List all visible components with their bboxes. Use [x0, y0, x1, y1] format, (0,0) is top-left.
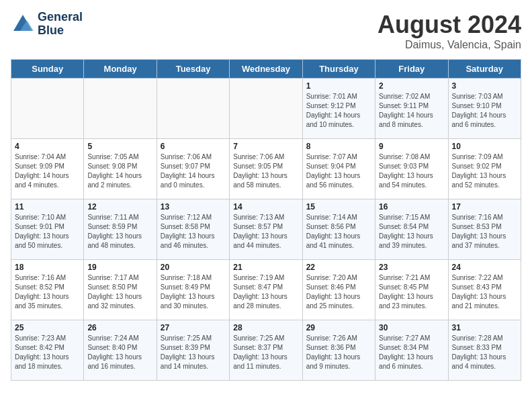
weekday-header-saturday: Saturday: [448, 60, 521, 79]
week-row-3: 11Sunrise: 7:10 AM Sunset: 9:01 PM Dayli…: [11, 199, 521, 260]
day-info: Sunrise: 7:03 AM Sunset: 9:10 PM Dayligh…: [452, 92, 517, 130]
logo: General Blue: [11, 11, 83, 38]
day-number: 5: [87, 142, 152, 151]
day-info: Sunrise: 7:21 AM Sunset: 8:45 PM Dayligh…: [379, 273, 444, 311]
day-cell: 15Sunrise: 7:14 AM Sunset: 8:56 PM Dayli…: [302, 199, 375, 260]
day-cell: 10Sunrise: 7:09 AM Sunset: 9:02 PM Dayli…: [448, 139, 521, 199]
day-info: Sunrise: 7:16 AM Sunset: 8:53 PM Dayligh…: [452, 213, 517, 250]
day-info: Sunrise: 7:08 AM Sunset: 9:03 PM Dayligh…: [379, 152, 444, 190]
day-number: 22: [306, 263, 371, 272]
weekday-header-tuesday: Tuesday: [157, 60, 229, 79]
day-cell: [230, 79, 302, 139]
day-cell: [157, 79, 229, 139]
day-info: Sunrise: 7:12 AM Sunset: 8:58 PM Dayligh…: [161, 213, 226, 250]
day-cell: 23Sunrise: 7:21 AM Sunset: 8:45 PM Dayli…: [375, 260, 448, 320]
day-info: Sunrise: 7:09 AM Sunset: 9:02 PM Dayligh…: [452, 152, 517, 190]
weekday-header-row: SundayMondayTuesdayWednesdayThursdayFrid…: [11, 60, 521, 79]
title-block: August 2024 Daimus, Valencia, Spain: [378, 11, 521, 51]
day-number: 27: [161, 323, 226, 332]
day-cell: 27Sunrise: 7:25 AM Sunset: 8:39 PM Dayli…: [157, 320, 229, 381]
day-info: Sunrise: 7:04 AM Sunset: 9:09 PM Dayligh…: [15, 152, 80, 190]
logo-text: General Blue: [38, 11, 83, 38]
day-number: 15: [306, 202, 371, 212]
day-cell: [84, 79, 157, 139]
calendar-table: SundayMondayTuesdayWednesdayThursdayFrid…: [11, 59, 521, 381]
day-info: Sunrise: 7:07 AM Sunset: 9:04 PM Dayligh…: [306, 152, 371, 190]
location-subtitle: Daimus, Valencia, Spain: [378, 39, 521, 51]
weekday-header-thursday: Thursday: [302, 60, 375, 79]
day-info: Sunrise: 7:23 AM Sunset: 8:42 PM Dayligh…: [15, 334, 80, 371]
day-number: 26: [87, 323, 152, 332]
day-number: 31: [452, 323, 517, 332]
day-info: Sunrise: 7:05 AM Sunset: 9:08 PM Dayligh…: [87, 152, 152, 190]
page-header: General Blue August 2024 Daimus, Valenci…: [11, 11, 521, 51]
day-info: Sunrise: 7:01 AM Sunset: 9:12 PM Dayligh…: [306, 92, 371, 130]
day-cell: 4Sunrise: 7:04 AM Sunset: 9:09 PM Daylig…: [11, 139, 84, 199]
day-cell: 9Sunrise: 7:08 AM Sunset: 9:03 PM Daylig…: [375, 139, 448, 199]
day-cell: 13Sunrise: 7:12 AM Sunset: 8:58 PM Dayli…: [157, 199, 229, 260]
day-cell: 16Sunrise: 7:15 AM Sunset: 8:54 PM Dayli…: [375, 199, 448, 260]
day-cell: 29Sunrise: 7:26 AM Sunset: 8:36 PM Dayli…: [302, 320, 375, 381]
day-cell: 24Sunrise: 7:22 AM Sunset: 8:43 PM Dayli…: [448, 260, 521, 320]
day-info: Sunrise: 7:10 AM Sunset: 9:01 PM Dayligh…: [15, 213, 80, 250]
day-cell: 2Sunrise: 7:02 AM Sunset: 9:11 PM Daylig…: [375, 79, 448, 139]
weekday-header-sunday: Sunday: [11, 60, 84, 79]
day-cell: 8Sunrise: 7:07 AM Sunset: 9:04 PM Daylig…: [302, 139, 375, 199]
day-info: Sunrise: 7:13 AM Sunset: 8:57 PM Dayligh…: [233, 213, 298, 250]
day-cell: 1Sunrise: 7:01 AM Sunset: 9:12 PM Daylig…: [302, 79, 375, 139]
day-number: 1: [306, 81, 371, 91]
day-number: 12: [87, 202, 152, 212]
day-info: Sunrise: 7:16 AM Sunset: 8:52 PM Dayligh…: [15, 273, 80, 311]
day-info: Sunrise: 7:17 AM Sunset: 8:50 PM Dayligh…: [87, 273, 152, 311]
day-info: Sunrise: 7:25 AM Sunset: 8:39 PM Dayligh…: [161, 334, 226, 371]
day-number: 10: [452, 142, 517, 151]
day-number: 17: [452, 202, 517, 212]
day-number: 28: [233, 323, 298, 332]
day-cell: 17Sunrise: 7:16 AM Sunset: 8:53 PM Dayli…: [448, 199, 521, 260]
day-cell: 6Sunrise: 7:06 AM Sunset: 9:07 PM Daylig…: [157, 139, 229, 199]
day-number: 25: [15, 323, 80, 332]
day-number: 13: [161, 202, 226, 212]
day-cell: 12Sunrise: 7:11 AM Sunset: 8:59 PM Dayli…: [84, 199, 157, 260]
day-number: 19: [87, 263, 152, 272]
day-cell: 7Sunrise: 7:06 AM Sunset: 9:05 PM Daylig…: [230, 139, 302, 199]
day-info: Sunrise: 7:06 AM Sunset: 9:05 PM Dayligh…: [233, 152, 298, 190]
day-info: Sunrise: 7:14 AM Sunset: 8:56 PM Dayligh…: [306, 213, 371, 250]
day-number: 23: [379, 263, 444, 272]
day-number: 16: [379, 202, 444, 212]
day-info: Sunrise: 7:20 AM Sunset: 8:46 PM Dayligh…: [306, 273, 371, 311]
day-cell: 30Sunrise: 7:27 AM Sunset: 8:34 PM Dayli…: [375, 320, 448, 381]
day-cell: 25Sunrise: 7:23 AM Sunset: 8:42 PM Dayli…: [11, 320, 84, 381]
day-info: Sunrise: 7:25 AM Sunset: 8:37 PM Dayligh…: [233, 334, 298, 371]
day-number: 11: [15, 202, 80, 212]
day-info: Sunrise: 7:27 AM Sunset: 8:34 PM Dayligh…: [379, 334, 444, 371]
day-info: Sunrise: 7:06 AM Sunset: 9:07 PM Dayligh…: [161, 152, 226, 190]
day-cell: 5Sunrise: 7:05 AM Sunset: 9:08 PM Daylig…: [84, 139, 157, 199]
day-info: Sunrise: 7:19 AM Sunset: 8:47 PM Dayligh…: [233, 273, 298, 311]
week-row-1: 1Sunrise: 7:01 AM Sunset: 9:12 PM Daylig…: [11, 79, 521, 139]
day-info: Sunrise: 7:11 AM Sunset: 8:59 PM Dayligh…: [87, 213, 152, 250]
day-number: 24: [452, 263, 517, 272]
weekday-header-monday: Monday: [84, 60, 157, 79]
weekday-header-friday: Friday: [375, 60, 448, 79]
day-number: 20: [161, 263, 226, 272]
day-info: Sunrise: 7:24 AM Sunset: 8:40 PM Dayligh…: [87, 334, 152, 371]
weekday-header-wednesday: Wednesday: [230, 60, 302, 79]
day-number: 14: [233, 202, 298, 212]
day-cell: 26Sunrise: 7:24 AM Sunset: 8:40 PM Dayli…: [84, 320, 157, 381]
day-cell: 18Sunrise: 7:16 AM Sunset: 8:52 PM Dayli…: [11, 260, 84, 320]
day-number: 29: [306, 323, 371, 332]
day-number: 21: [233, 263, 298, 272]
day-number: 7: [233, 142, 298, 151]
day-cell: 31Sunrise: 7:28 AM Sunset: 8:33 PM Dayli…: [448, 320, 521, 381]
week-row-5: 25Sunrise: 7:23 AM Sunset: 8:42 PM Dayli…: [11, 320, 521, 381]
day-info: Sunrise: 7:22 AM Sunset: 8:43 PM Dayligh…: [452, 273, 517, 311]
day-cell: 14Sunrise: 7:13 AM Sunset: 8:57 PM Dayli…: [230, 199, 302, 260]
week-row-4: 18Sunrise: 7:16 AM Sunset: 8:52 PM Dayli…: [11, 260, 521, 320]
day-cell: 11Sunrise: 7:10 AM Sunset: 9:01 PM Dayli…: [11, 199, 84, 260]
day-info: Sunrise: 7:18 AM Sunset: 8:49 PM Dayligh…: [161, 273, 226, 311]
day-cell: [11, 79, 84, 139]
week-row-2: 4Sunrise: 7:04 AM Sunset: 9:09 PM Daylig…: [11, 139, 521, 199]
day-number: 2: [379, 81, 444, 91]
day-cell: 22Sunrise: 7:20 AM Sunset: 8:46 PM Dayli…: [302, 260, 375, 320]
